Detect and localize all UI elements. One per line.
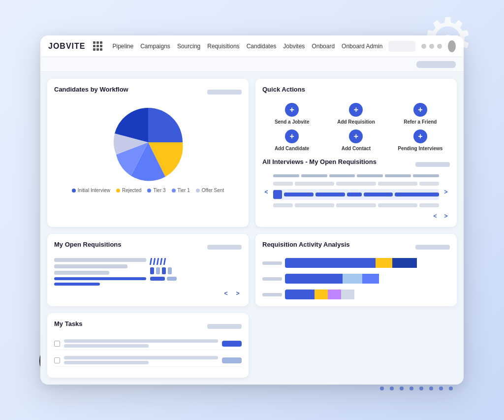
nav-links: Pipeline Campaigns Sourcing Requisitions… <box>112 43 382 50</box>
req-bar-1 <box>54 258 146 262</box>
activity-pill <box>415 245 450 250</box>
bar-row-1 <box>262 258 450 268</box>
activity-analysis-card: Requisition Activity Analysis <box>255 234 457 306</box>
bar-seg3-gray <box>341 290 354 299</box>
quick-actions-title: Quick Actions <box>262 86 305 93</box>
bar-track-2 <box>285 274 450 284</box>
bar-row-3 <box>262 290 450 299</box>
bar-seg2-blue1 <box>285 274 343 284</box>
bar-chart <box>262 258 450 299</box>
interviews-prev-btn[interactable]: < <box>262 188 270 196</box>
quick-action-add-contact[interactable]: Add Contact <box>326 129 385 151</box>
open-requisitions-card: My Open Requisitions <box>47 234 249 306</box>
candidates-card-title: Candidates by Workflow <box>54 86 128 93</box>
tasks-header: My Tasks <box>54 320 242 332</box>
interviews-page-next[interactable]: > <box>442 212 450 220</box>
bar-row-2 <box>262 274 450 284</box>
task-checkbox-2[interactable] <box>54 357 60 363</box>
send-jobvite-label: Send a Jobvite <box>275 119 310 125</box>
bar-track-3 <box>285 290 450 299</box>
refer-friend-label: Refer a Friend <box>404 119 437 125</box>
quick-action-send-jobvite[interactable]: Send a Jobvite <box>262 103 321 125</box>
navbar: JOBVITE Pipeline Campaigns Sourcing Requ… <box>40 35 464 57</box>
interviews-next-btn[interactable]: > <box>442 188 450 196</box>
main-content: Candidates by Workflow <box>40 72 464 385</box>
table-highlighted-row <box>273 189 439 200</box>
quick-action-pending-interviews[interactable]: Pending Interviews <box>391 129 450 151</box>
candidates-by-workflow-card: Candidates by Workflow <box>47 79 249 227</box>
nav-action-dots <box>421 44 442 49</box>
req-num-row-3 <box>150 277 242 281</box>
user-avatar[interactable] <box>448 40 456 52</box>
my-tasks-card: My Tasks <box>47 313 249 378</box>
grid-icon[interactable] <box>93 41 102 51</box>
activity-header: Requisition Activity Analysis <box>262 241 450 253</box>
filter-pill[interactable] <box>416 61 456 68</box>
open-req-title: My Open Requisitions <box>54 241 122 248</box>
nav-candidates[interactable]: Candidates <box>247 43 277 50</box>
bar-seg2-light <box>343 274 362 284</box>
refer-friend-icon <box>413 103 427 117</box>
bar-track-1 <box>285 258 450 268</box>
nav-sourcing[interactable]: Sourcing <box>177 43 200 50</box>
add-contact-label: Add Contact <box>342 146 371 151</box>
task-row-1 <box>54 337 242 350</box>
activity-title: Requisition Activity Analysis <box>262 241 349 248</box>
req-num-row-1 <box>150 258 242 265</box>
interviews-page-prev[interactable]: < <box>431 212 439 220</box>
search-bar[interactable] <box>388 41 415 52</box>
interviews-title: All Interviews - My Open Requisitions <box>262 158 377 165</box>
quick-action-add-candidate[interactable]: Add Candidate <box>262 129 321 151</box>
req-next-btn[interactable]: > <box>234 290 242 297</box>
bar-label-2 <box>262 277 282 281</box>
pie-chart-container: Initial Interview Rejected Tier 3 Tier 1 <box>54 103 242 193</box>
nav-jobvites[interactable]: Jobvites <box>283 43 305 50</box>
quick-actions-card: Quick Actions Send a Jobvite Add Requisi… <box>255 79 457 227</box>
bar-seg-dark <box>392 258 417 268</box>
legend-tier3: Tier 3 <box>147 188 165 193</box>
legend-tier1: Tier 1 <box>172 188 190 193</box>
interviews-header-pill <box>415 162 450 167</box>
req-bar-list <box>54 258 146 286</box>
pending-interviews-icon <box>413 129 427 143</box>
interviews-header: All Interviews - My Open Requisitions <box>262 158 450 170</box>
task-checkbox-1[interactable] <box>54 341 60 347</box>
req-bar-3 <box>54 271 109 275</box>
tasks-title: My Tasks <box>54 320 83 327</box>
quick-actions-header: Quick Actions <box>262 86 450 98</box>
add-requisition-icon <box>349 103 363 117</box>
nav-requisitions[interactable]: Requisitions <box>207 43 239 50</box>
req-num-row-2 <box>150 267 242 274</box>
bar-seg-blue1 <box>285 258 376 268</box>
quick-action-refer-friend[interactable]: Refer a Friend <box>391 103 450 125</box>
send-jobvite-icon <box>285 103 299 117</box>
bar-seg3-blue1 <box>285 290 315 299</box>
tasks-list <box>54 337 242 367</box>
table-row <box>273 203 439 207</box>
req-numbers <box>150 258 242 286</box>
browser-window: JOBVITE Pipeline Campaigns Sourcing Requ… <box>40 35 464 385</box>
req-prev-btn[interactable]: < <box>222 290 230 297</box>
pending-interviews-label: Pending Interviews <box>398 146 442 151</box>
nav-onboard-admin[interactable]: Onboard Admin <box>342 43 382 50</box>
legend-initial-interview: Initial Interview <box>72 188 110 193</box>
task-text-1 <box>64 339 218 348</box>
req-bar-2 <box>54 264 127 268</box>
nav-pipeline[interactable]: Pipeline <box>112 43 133 50</box>
nav-onboard[interactable]: Onboard <box>312 43 335 50</box>
nav-campaigns[interactable]: Campaigns <box>140 43 170 50</box>
quick-actions-grid: Send a Jobvite Add Requisition Refer a F… <box>262 103 450 151</box>
legend-offer-sent: Offer Sent <box>196 188 224 193</box>
add-candidate-label: Add Candidate <box>275 146 310 151</box>
add-requisition-label: Add Requisition <box>337 119 375 125</box>
task-text-2 <box>64 356 218 364</box>
task-row-2 <box>54 354 242 367</box>
req-grid <box>54 258 242 286</box>
bar-seg3-yellow <box>315 290 328 299</box>
task-action-btn-2[interactable] <box>222 357 242 363</box>
logo: JOBVITE <box>48 42 85 51</box>
task-action-btn-1[interactable] <box>222 341 242 347</box>
pie-legend: Initial Interview Rejected Tier 3 Tier 1 <box>72 188 224 193</box>
quick-action-add-requisition[interactable]: Add Requisition <box>326 103 385 125</box>
candidates-card-header: Candidates by Workflow <box>54 86 242 98</box>
